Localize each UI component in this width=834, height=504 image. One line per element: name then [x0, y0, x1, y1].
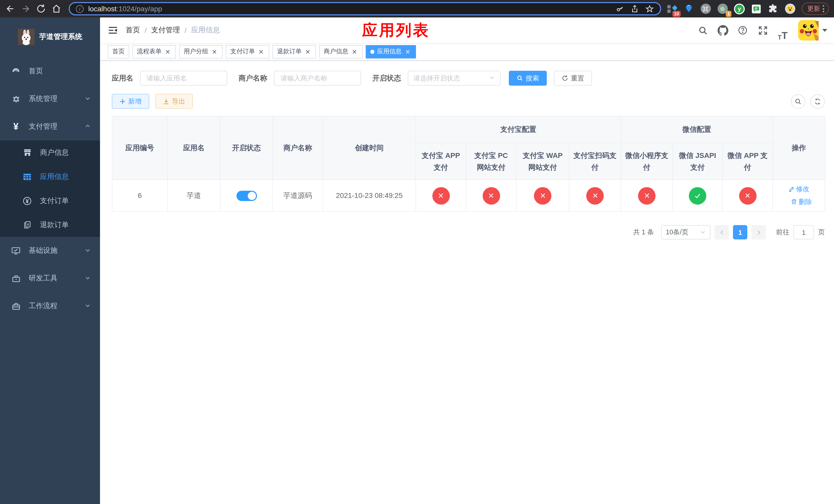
add-button[interactable]: 新增 [112, 94, 149, 109]
app-name-input[interactable] [140, 71, 227, 86]
search-button[interactable]: 搜索 [509, 71, 547, 86]
sidebar-item-label: 系统管理 [29, 94, 58, 104]
status-select[interactable]: 请选择开启状态 [408, 71, 501, 86]
tag-user-group[interactable]: 用户分组 [179, 45, 223, 58]
cell-status [220, 180, 272, 211]
logo-rabbit-image [18, 29, 34, 45]
top-navbar: 首页 / 支付管理 / 应用信息 应用列表 TT [100, 18, 834, 43]
home-icon[interactable] [51, 4, 62, 14]
url-bar[interactable]: i localhost:1024/pay/app [69, 2, 661, 15]
delete-link[interactable]: 删除 [791, 196, 812, 207]
breadcrumb-home[interactable]: 首页 [126, 26, 140, 35]
close-icon[interactable] [164, 48, 171, 55]
extensions-puzzle-icon[interactable] [768, 3, 778, 14]
caret-down-icon [822, 28, 828, 32]
pagination: 共 1 条 10条/页 1 前往 页 [112, 225, 825, 239]
tag-merchant-info[interactable]: 商户信息 [319, 45, 363, 58]
sidebar-item-infrastructure[interactable]: 基础设施 [0, 237, 100, 265]
sidebar-item-label: 基础设施 [29, 246, 58, 255]
sidebar-item-refund-orders[interactable]: 退款订单 [0, 213, 100, 237]
breadcrumb-payment[interactable]: 支付管理 [151, 26, 180, 35]
tag-refund-orders[interactable]: 退款订单 [272, 45, 316, 58]
edit-link[interactable]: 修改 [788, 183, 809, 195]
bookmark-star-icon[interactable] [645, 4, 654, 13]
page-size-select[interactable]: 10条/页 [661, 225, 710, 239]
sidebar-logo[interactable]: 芋道管理系统 [0, 18, 100, 53]
tag-process-form[interactable]: 流程表单 [132, 45, 176, 58]
browser-menu-icon[interactable] [823, 5, 824, 12]
next-page-button[interactable] [751, 225, 766, 239]
site-info-icon[interactable]: i [76, 5, 84, 13]
goto-page-input[interactable] [793, 225, 814, 239]
navbar-tools: TT [695, 20, 834, 41]
prev-page-button[interactable] [715, 225, 729, 239]
merchant-name-input[interactable] [274, 71, 361, 86]
extension-apps-icon[interactable]: 10 [666, 3, 677, 14]
extension-session-icon[interactable]: 1 [717, 3, 728, 14]
col-header-created: 创建时间 [323, 116, 416, 180]
col-header-alipay-app: 支付宝 APP 支付 [416, 143, 466, 180]
page-title: 应用列表 [362, 18, 430, 43]
extension-balloon-icon[interactable] [683, 3, 694, 14]
help-icon[interactable] [735, 20, 750, 41]
font-size-icon[interactable]: TT [775, 20, 790, 41]
col-header-alipay-wap: 支付宝 WAP 网站支付 [516, 143, 569, 180]
browser-toolbar: i localhost:1024/pay/app 10 1 y [0, 0, 834, 18]
password-key-icon[interactable] [615, 4, 624, 13]
table-row: 6 芋道 芋道源码 2021-10-23 08:49:25 [112, 180, 825, 211]
channel-status-icon [534, 187, 551, 204]
sidebar-item-app-info[interactable]: 应用信息 [0, 165, 100, 189]
close-icon[interactable] [304, 48, 311, 55]
chevron-down-icon [700, 228, 706, 236]
download-icon [163, 98, 169, 104]
browser-profile-avatar[interactable] [785, 3, 795, 14]
github-icon[interactable] [715, 20, 730, 41]
sidebar-item-payment[interactable]: ¥ 支付管理 [0, 113, 100, 140]
sidebar-item-system[interactable]: 系统管理 [0, 85, 100, 113]
sidebar-item-home[interactable]: 首页 [0, 58, 100, 85]
enable-switch[interactable] [236, 191, 257, 201]
close-icon[interactable] [258, 48, 265, 55]
sidebar-item-merchant-info[interactable]: 商户信息 [0, 140, 100, 165]
fullscreen-icon[interactable] [755, 20, 770, 41]
breadcrumb-current: 应用信息 [191, 26, 220, 35]
reload-icon[interactable] [36, 4, 46, 14]
extension-y-logo-icon[interactable]: y [734, 3, 745, 14]
toggle-search-button[interactable] [791, 94, 805, 109]
tag-home[interactable]: 首页 [108, 45, 129, 58]
extension-chat-icon[interactable] [751, 3, 762, 14]
sidebar-item-workflow[interactable]: 工作流程 [0, 292, 100, 320]
sidebar-item-dev-tools[interactable]: 研发工具 [0, 265, 100, 292]
user-avatar-menu[interactable] [798, 20, 828, 41]
page-number-1[interactable]: 1 [733, 225, 747, 239]
back-icon[interactable] [5, 4, 15, 14]
sidebar-collapse-icon[interactable] [100, 18, 126, 43]
browser-update-button[interactable]: 更新 [802, 3, 829, 15]
sidebar-item-pay-orders[interactable]: 支付订单 [0, 189, 100, 213]
close-icon[interactable] [351, 48, 358, 55]
col-header-alipay-pc: 支付宝 PC 网站支付 [466, 143, 516, 180]
col-header-wechat-jsapi: 微信 JSAPI 支付 [673, 143, 722, 180]
chevron-down-icon [489, 74, 495, 82]
tag-pay-orders[interactable]: 支付订单 [226, 45, 269, 58]
sidebar-menu: 首页 系统管理 ¥ 支付管理 商户信息 [0, 53, 100, 320]
refresh-table-button[interactable] [810, 94, 825, 109]
refresh-icon [562, 75, 568, 82]
merchant-name-label: 商户名称 [239, 74, 267, 83]
channel-status-icon [482, 187, 500, 204]
url-text: localhost:1024/pay/app [88, 5, 162, 13]
share-icon[interactable] [630, 4, 639, 13]
header-search-icon[interactable] [695, 20, 710, 41]
close-icon[interactable] [211, 48, 218, 55]
channel-status-icon [432, 187, 449, 204]
col-header-actions: 操作 [773, 116, 825, 180]
chevron-down-icon [85, 302, 91, 310]
export-button[interactable]: 导出 [155, 94, 193, 109]
yuan-icon: ¥ [10, 121, 22, 132]
close-icon[interactable] [404, 48, 411, 55]
reset-button[interactable]: 重置 [554, 71, 592, 86]
sidebar-item-label: 研发工具 [29, 274, 58, 283]
forward-icon[interactable] [21, 4, 31, 14]
tag-app-info-active[interactable]: 应用信息 [366, 45, 416, 58]
extension-command-icon[interactable] [700, 3, 711, 14]
